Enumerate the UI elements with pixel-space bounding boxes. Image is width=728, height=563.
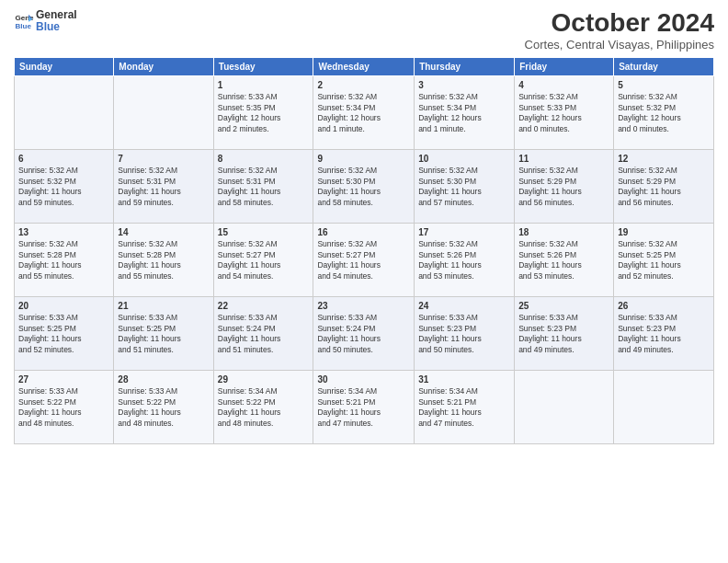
day-info-line: Daylight: 11 hours bbox=[317, 334, 410, 344]
day-cell: 11Sunrise: 5:32 AMSunset: 5:29 PMDayligh… bbox=[515, 149, 614, 223]
day-cell: 24Sunrise: 5:33 AMSunset: 5:23 PMDayligh… bbox=[415, 296, 515, 370]
day-info-line: Daylight: 11 hours bbox=[18, 408, 109, 418]
day-cell: 30Sunrise: 5:34 AMSunset: 5:21 PMDayligh… bbox=[313, 370, 415, 443]
day-info-line: Sunset: 5:31 PM bbox=[218, 177, 310, 187]
day-info-line: Sunset: 5:32 PM bbox=[618, 103, 710, 113]
day-cell: 27Sunrise: 5:33 AMSunset: 5:22 PMDayligh… bbox=[15, 370, 114, 443]
day-info-line: Sunrise: 5:32 AM bbox=[317, 166, 410, 176]
col-header-tuesday: Tuesday bbox=[213, 57, 313, 75]
day-info-line: and 47 minutes. bbox=[418, 419, 510, 429]
day-info-line: Sunrise: 5:32 AM bbox=[317, 92, 410, 102]
svg-text:Blue: Blue bbox=[15, 22, 31, 30]
day-number: 4 bbox=[518, 79, 609, 92]
day-info-line: and 51 minutes. bbox=[218, 345, 310, 355]
day-info-line: and 53 minutes. bbox=[518, 271, 609, 282]
day-info-line: Sunset: 5:26 PM bbox=[518, 250, 609, 260]
day-number: 23 bbox=[317, 300, 410, 313]
day-info-line: Sunset: 5:27 PM bbox=[317, 250, 410, 260]
day-cell: 18Sunrise: 5:32 AMSunset: 5:26 PMDayligh… bbox=[515, 223, 614, 296]
day-cell: 2Sunrise: 5:32 AMSunset: 5:34 PMDaylight… bbox=[313, 75, 415, 149]
day-cell: 19Sunrise: 5:32 AMSunset: 5:25 PMDayligh… bbox=[614, 223, 714, 296]
day-number: 21 bbox=[118, 300, 209, 313]
day-info-line: and 1 minute. bbox=[418, 124, 510, 134]
day-number: 3 bbox=[418, 79, 510, 92]
day-number: 19 bbox=[618, 226, 710, 239]
day-info-line: Sunrise: 5:34 AM bbox=[218, 386, 310, 396]
day-cell: 12Sunrise: 5:32 AMSunset: 5:29 PMDayligh… bbox=[614, 149, 714, 223]
day-info-line: and 49 minutes. bbox=[518, 345, 609, 355]
day-cell: 14Sunrise: 5:32 AMSunset: 5:28 PMDayligh… bbox=[114, 223, 213, 296]
day-number: 16 bbox=[317, 226, 410, 239]
day-info-line: Sunset: 5:30 PM bbox=[418, 177, 510, 187]
day-info-line: Sunset: 5:21 PM bbox=[317, 397, 410, 408]
day-info-line: and 1 minute. bbox=[317, 124, 410, 134]
day-info-line: Sunset: 5:22 PM bbox=[118, 397, 209, 408]
day-info-line: and 50 minutes. bbox=[317, 345, 410, 355]
day-info-line: and 58 minutes. bbox=[317, 198, 410, 208]
col-header-thursday: Thursday bbox=[415, 57, 515, 75]
day-info-line: Sunrise: 5:33 AM bbox=[118, 313, 209, 323]
week-row-5: 27Sunrise: 5:33 AMSunset: 5:22 PMDayligh… bbox=[15, 370, 714, 443]
day-info-line: Sunset: 5:21 PM bbox=[418, 397, 510, 408]
day-number: 25 bbox=[518, 300, 609, 313]
day-info-line: and 52 minutes. bbox=[618, 271, 710, 282]
day-cell: 17Sunrise: 5:32 AMSunset: 5:26 PMDayligh… bbox=[415, 223, 515, 296]
day-info-line: and 2 minutes. bbox=[218, 124, 310, 134]
day-info-line: Sunset: 5:29 PM bbox=[518, 177, 609, 187]
day-info-line: Sunrise: 5:32 AM bbox=[518, 92, 609, 102]
day-number: 10 bbox=[418, 153, 510, 166]
logo: General Blue General Blue bbox=[14, 9, 77, 33]
day-info-line: Daylight: 11 hours bbox=[18, 187, 109, 197]
day-info-line: Sunset: 5:24 PM bbox=[317, 324, 410, 334]
header: General Blue General Blue October 2024 C… bbox=[14, 9, 714, 52]
day-info-line: Sunrise: 5:32 AM bbox=[518, 166, 609, 176]
day-number: 30 bbox=[317, 373, 410, 386]
day-info-line: Sunset: 5:29 PM bbox=[618, 177, 710, 187]
week-row-1: 1Sunrise: 5:33 AMSunset: 5:35 PMDaylight… bbox=[15, 75, 714, 149]
day-info-line: Sunset: 5:28 PM bbox=[118, 250, 209, 260]
day-number: 9 bbox=[317, 153, 410, 166]
day-info-line: and 49 minutes. bbox=[618, 345, 710, 355]
day-info-line: Daylight: 11 hours bbox=[118, 408, 209, 418]
day-info-line: Daylight: 11 hours bbox=[418, 408, 510, 418]
col-header-saturday: Saturday bbox=[614, 57, 714, 75]
day-number: 13 bbox=[18, 226, 109, 239]
day-info-line: and 56 minutes. bbox=[618, 198, 710, 208]
day-info-line: Daylight: 12 hours bbox=[618, 113, 710, 123]
day-number: 24 bbox=[418, 300, 510, 313]
day-info-line: Sunset: 5:22 PM bbox=[18, 397, 109, 408]
day-info-line: Sunset: 5:32 PM bbox=[18, 177, 109, 187]
day-number: 31 bbox=[418, 373, 510, 386]
day-cell: 26Sunrise: 5:33 AMSunset: 5:23 PMDayligh… bbox=[614, 296, 714, 370]
day-info-line: Sunrise: 5:32 AM bbox=[518, 239, 609, 249]
day-number: 20 bbox=[18, 300, 109, 313]
day-info-line: Daylight: 11 hours bbox=[518, 187, 609, 197]
day-info-line: Sunrise: 5:33 AM bbox=[618, 313, 710, 323]
day-info-line: Sunset: 5:23 PM bbox=[418, 324, 510, 334]
day-info-line: Daylight: 11 hours bbox=[118, 334, 209, 344]
day-info-line: Sunrise: 5:32 AM bbox=[118, 239, 209, 249]
day-info-line: Sunset: 5:26 PM bbox=[418, 250, 510, 260]
day-cell: 15Sunrise: 5:32 AMSunset: 5:27 PMDayligh… bbox=[213, 223, 313, 296]
day-info-line: and 48 minutes. bbox=[18, 419, 109, 429]
day-info-line: Sunrise: 5:32 AM bbox=[18, 239, 109, 249]
day-cell bbox=[515, 370, 614, 443]
day-info-line: Sunset: 5:34 PM bbox=[418, 103, 510, 113]
day-info-line: Sunrise: 5:32 AM bbox=[418, 166, 510, 176]
day-info-line: and 59 minutes. bbox=[18, 198, 109, 208]
day-info-line: Daylight: 11 hours bbox=[618, 334, 710, 344]
day-info-line: Daylight: 11 hours bbox=[317, 187, 410, 197]
day-info-line: and 0 minutes. bbox=[518, 124, 609, 134]
day-info-line: Sunrise: 5:33 AM bbox=[118, 386, 209, 396]
day-number: 27 bbox=[18, 373, 109, 386]
day-info-line: Sunrise: 5:33 AM bbox=[218, 313, 310, 323]
day-info-line: and 55 minutes. bbox=[18, 271, 109, 282]
day-info-line: Sunrise: 5:33 AM bbox=[518, 313, 609, 323]
day-cell: 25Sunrise: 5:33 AMSunset: 5:23 PMDayligh… bbox=[515, 296, 614, 370]
col-header-wednesday: Wednesday bbox=[313, 57, 415, 75]
day-info-line: and 51 minutes. bbox=[118, 345, 209, 355]
day-info-line: Sunrise: 5:32 AM bbox=[317, 239, 410, 249]
day-info-line: and 56 minutes. bbox=[518, 198, 609, 208]
day-info-line: Sunrise: 5:33 AM bbox=[218, 92, 310, 102]
day-cell: 31Sunrise: 5:34 AMSunset: 5:21 PMDayligh… bbox=[415, 370, 515, 443]
